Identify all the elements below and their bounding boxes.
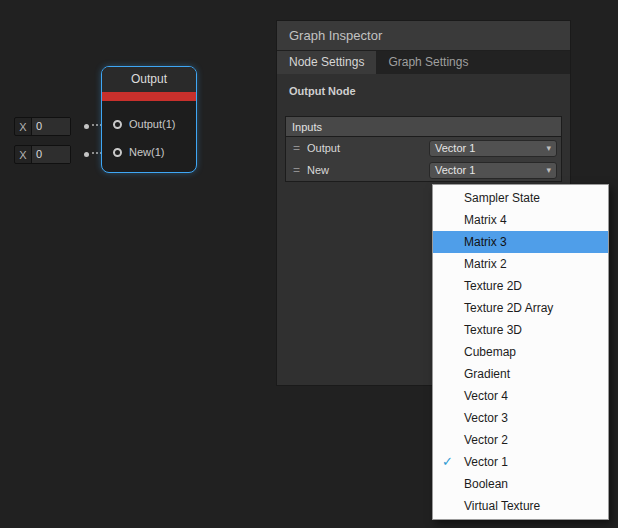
port-row-new: New(1) (102, 138, 196, 166)
chevron-down-icon: ▾ (546, 143, 551, 153)
menu-item-label: Vector 1 (464, 455, 508, 469)
drag-handle-icon[interactable]: = (293, 163, 300, 177)
menu-item-boolean[interactable]: Boolean (433, 473, 608, 495)
inputs-list-header: Inputs (286, 117, 561, 137)
menu-item-virtual-texture[interactable]: Virtual Texture (433, 495, 608, 517)
input-name: New (307, 164, 329, 176)
tab-node-settings[interactable]: Node Settings (277, 51, 376, 74)
menu-item-matrix-2[interactable]: Matrix 2 (433, 253, 608, 275)
axis-label: X (15, 121, 31, 133)
input-port-icon[interactable] (113, 120, 122, 129)
menu-item-matrix-4[interactable]: Matrix 4 (433, 209, 608, 231)
connector-dot (84, 152, 89, 157)
shader-graph-canvas[interactable]: X 0 X 0 Output Output(1) New(1) Graph In… (0, 0, 618, 528)
menu-item-texture-2d[interactable]: Texture 2D (433, 275, 608, 297)
inspector-body: Output Node Inputs = Output Vector 1 ▾ =… (277, 85, 570, 182)
float-input[interactable]: 0 (31, 146, 70, 163)
input-row-output: = Output Vector 1 ▾ (286, 137, 561, 159)
input-name: Output (307, 142, 340, 154)
dropdown-value: Vector 1 (435, 164, 475, 176)
float-input[interactable]: 0 (31, 118, 70, 135)
port-value-field-new: X 0 (14, 145, 71, 164)
panel-title: Graph Inspector (277, 21, 570, 51)
menu-item-vector-4[interactable]: Vector 4 (433, 385, 608, 407)
type-dropdown-menu: Sampler State Matrix 4 Matrix 3 Matrix 2… (432, 184, 609, 520)
chevron-down-icon: ▾ (546, 165, 551, 175)
port-label: Output(1) (129, 118, 175, 130)
tab-graph-settings[interactable]: Graph Settings (376, 51, 480, 74)
menu-item-texture-3d[interactable]: Texture 3D (433, 319, 608, 341)
type-dropdown-output[interactable]: Vector 1 ▾ (429, 140, 557, 157)
inputs-reorderable-list: Inputs = Output Vector 1 ▾ = New Vector … (285, 116, 562, 182)
input-port-icon[interactable] (113, 148, 122, 157)
menu-item-cubemap[interactable]: Cubemap (433, 341, 608, 363)
dropdown-value: Vector 1 (435, 142, 475, 154)
port-row-output: Output(1) (102, 110, 196, 138)
port-value-field-output: X 0 (14, 117, 71, 136)
menu-item-matrix-3[interactable]: Matrix 3 (433, 231, 608, 253)
menu-item-sampler-state[interactable]: Sampler State (433, 187, 608, 209)
section-title: Output Node (289, 85, 558, 97)
node-title: Output (102, 67, 196, 92)
drag-handle-icon[interactable]: = (293, 141, 300, 155)
menu-item-gradient[interactable]: Gradient (433, 363, 608, 385)
menu-item-texture-2d-array[interactable]: Texture 2D Array (433, 297, 608, 319)
type-dropdown-new[interactable]: Vector 1 ▾ (429, 162, 557, 179)
menu-item-vector-3[interactable]: Vector 3 (433, 407, 608, 429)
menu-item-vector-2[interactable]: Vector 2 (433, 429, 608, 451)
menu-item-vector-1[interactable]: ✓Vector 1 (433, 451, 608, 473)
connector-dot (84, 124, 89, 129)
axis-label: X (15, 149, 31, 161)
node-color-bar (102, 92, 196, 101)
output-node[interactable]: Output Output(1) New(1) (101, 66, 197, 173)
inspector-tabbar: Node Settings Graph Settings (277, 51, 570, 74)
node-port-list: Output(1) New(1) (102, 101, 196, 166)
check-icon: ✓ (442, 451, 453, 473)
input-row-new: = New Vector 1 ▾ (286, 159, 561, 181)
port-label: New(1) (129, 146, 164, 158)
